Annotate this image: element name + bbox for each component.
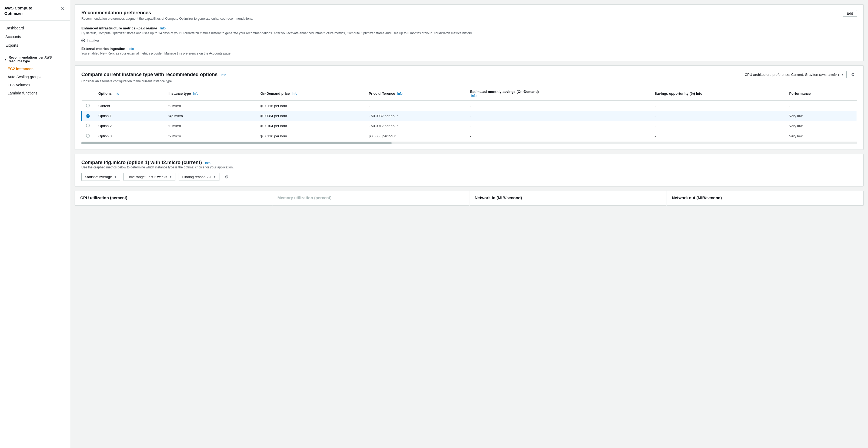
metric-cards-row: CPU utilization (percent) Memory utiliza… [74, 191, 864, 206]
table-row: Current t2.micro $0.0116 per hour - - - … [82, 101, 857, 111]
col-savings-opp: Savings opportunity (%) Info [650, 87, 785, 101]
settings-icon-btn[interactable]: ⚙ [849, 71, 857, 78]
radio-option2[interactable] [86, 124, 90, 127]
col-estimated-savings: Estimated monthly savings (On-Demand) In… [466, 87, 650, 101]
savings-opp-3: - [650, 131, 785, 141]
savings-2: - [466, 121, 650, 131]
sidebar-item-exports[interactable]: Exports [0, 41, 70, 50]
compare-table-wrapper: Options Info Instance type Info On-Deman… [81, 87, 857, 144]
table-row: Option 3 t2.micro $0.0116 per hour $0.00… [82, 131, 857, 141]
option-current: Current [94, 101, 164, 111]
edit-button[interactable]: Edit [843, 10, 857, 17]
sidebar-item-ec2[interactable]: EC2 instances [0, 65, 70, 73]
sidebar-item-lambda[interactable]: Lambda functions [0, 89, 70, 97]
network-in-card: Network in (MiB/second) [469, 191, 667, 206]
sidebar: AWS Compute Optimizer ✕ Dashboard Accoun… [0, 0, 70, 448]
rec-pref-subtitle: Recommendation preferences augment the c… [81, 17, 253, 21]
finding-reason-filter-dropdown[interactable]: Finding reason: All ▼ [179, 173, 219, 181]
enhanced-metrics-section: Enhanced infrastructure metrics - paid f… [81, 26, 857, 43]
scrollbar-thumb[interactable] [81, 142, 392, 144]
compare-table-panel: Compare current instance type with recom… [74, 65, 864, 150]
paid-feature-label: - paid feature [136, 26, 157, 30]
col-performance: Performance [785, 87, 857, 101]
time-range-filter-dropdown[interactable]: Time range: Last 2 weeks ▼ [124, 173, 175, 181]
instance-type-current: t2.micro [164, 101, 256, 111]
cpu-arch-dropdown[interactable]: CPU architecture preference: Current, Gr… [742, 71, 847, 78]
savings-current: - [466, 101, 650, 111]
compare-title: Compare current instance type with recom… [81, 72, 218, 77]
table-header-row: Options Info Instance type Info On-Deman… [82, 87, 857, 101]
instance-type-3: t2.micro [164, 131, 256, 141]
on-demand-price-1: $0.0084 per hour [256, 111, 365, 121]
enhanced-metrics-label: Enhanced infrastructure metrics - paid f… [81, 26, 158, 30]
sidebar-section-header[interactable]: ▼ Recommendations per AWS resource type [0, 53, 70, 65]
radio-option3[interactable] [86, 134, 90, 138]
sidebar-item-dashboard[interactable]: Dashboard [0, 24, 70, 32]
radio-cell[interactable] [82, 131, 94, 141]
sidebar-section-items: EC2 instances Auto Scaling groups EBS vo… [0, 65, 70, 97]
price-diff-info-link[interactable]: Info [397, 92, 403, 96]
compare-metrics-header: Compare t4g.micro (option 1) with t2.mic… [81, 160, 857, 169]
app-logo: AWS Compute Optimizer [4, 5, 32, 16]
radio-current[interactable] [86, 104, 90, 107]
radio-cell[interactable] [82, 101, 94, 111]
network-in-title: Network in (MiB/second) [475, 196, 661, 200]
recommendation-preferences-panel: Recommendation preferences Recommendatio… [74, 4, 864, 61]
radio-cell[interactable] [82, 111, 94, 121]
on-demand-price-info-link[interactable]: Info [292, 92, 297, 96]
option-3: Option 3 [94, 131, 164, 141]
chevron-down-icon: ▼ [114, 175, 117, 178]
instance-type-info-link[interactable]: Info [193, 92, 198, 96]
memory-utilization-title: Memory utilization (percent) [278, 196, 464, 200]
external-metrics-section: External metrics ingestion Info You enab… [81, 46, 857, 55]
compare-metrics-panel: Compare t4g.micro (option 1) with t2.mic… [74, 154, 864, 186]
options-info-link[interactable]: Info [114, 92, 119, 96]
sidebar-item-ebs[interactable]: EBS volumes [0, 81, 70, 89]
cpu-utilization-title: CPU utilization (percent) [80, 196, 267, 200]
inactive-status-badge: Inactive [81, 39, 99, 43]
compare-title-info-link[interactable]: Info [221, 73, 226, 77]
close-icon[interactable]: ✕ [59, 5, 66, 12]
estimated-savings-info-link[interactable]: Info [471, 94, 476, 98]
network-out-card: Network out (MiB/second) [666, 191, 864, 206]
enhanced-metrics-desc: By default, Compute Optimizer stores and… [81, 31, 857, 35]
statistic-filter-dropdown[interactable]: Statistic: Average ▼ [81, 173, 120, 181]
performance-3: Very low [785, 131, 857, 141]
chevron-down-icon: ▼ [4, 58, 7, 61]
chevron-down-icon: ▼ [841, 73, 844, 76]
horizontal-scrollbar[interactable] [81, 142, 857, 144]
on-demand-price-current: $0.0116 per hour [256, 101, 365, 111]
main-content: Recommendation preferences Recommendatio… [70, 0, 868, 448]
col-price-diff: Price difference Info [365, 87, 466, 101]
sidebar-item-asg[interactable]: Auto Scaling groups [0, 73, 70, 81]
filter-row: Statistic: Average ▼ Time range: Last 2 … [81, 173, 857, 181]
memory-utilization-card: Memory utilization (percent) [272, 191, 469, 206]
radio-option1[interactable] [86, 114, 90, 118]
on-demand-price-3: $0.0116 per hour [256, 131, 365, 141]
table-row: Option 1 t4g.micro $0.0084 per hour - $0… [82, 111, 857, 121]
sidebar-item-accounts[interactable]: Accounts [0, 32, 70, 41]
cpu-utilization-card: CPU utilization (percent) [74, 191, 272, 206]
performance-1: Very low [785, 111, 857, 121]
option-2: Option 2 [94, 121, 164, 131]
enhanced-metrics-info-link[interactable]: Info [160, 27, 166, 30]
sidebar-header: AWS Compute Optimizer ✕ [0, 0, 70, 21]
external-metrics-info-link[interactable]: Info [128, 47, 134, 51]
sidebar-section: ▼ Recommendations per AWS resource type … [0, 53, 70, 97]
inactive-icon [81, 39, 85, 42]
chevron-down-icon: ▼ [213, 175, 216, 178]
compare-metrics-title: Compare t4g.micro (option 1) with t2.mic… [81, 160, 202, 165]
radio-cell[interactable] [82, 121, 94, 131]
performance-2: Very low [785, 121, 857, 131]
savings-1: - [466, 111, 650, 121]
compare-metrics-info-link[interactable]: Info [205, 161, 211, 165]
on-demand-price-2: $0.0104 per hour [256, 121, 365, 131]
performance-current: - [785, 101, 857, 111]
savings-opp-2: - [650, 121, 785, 131]
compare-table: Options Info Instance type Info On-Deman… [81, 87, 857, 142]
metrics-settings-icon-btn[interactable]: ⚙ [223, 173, 231, 180]
option-1: Option 1 [94, 111, 164, 121]
col-on-demand-price: On-Demand price Info [256, 87, 365, 101]
savings-opp-1: - [650, 111, 785, 121]
compare-metrics-subtitle: Use the graphed metrics below to determi… [81, 166, 857, 169]
